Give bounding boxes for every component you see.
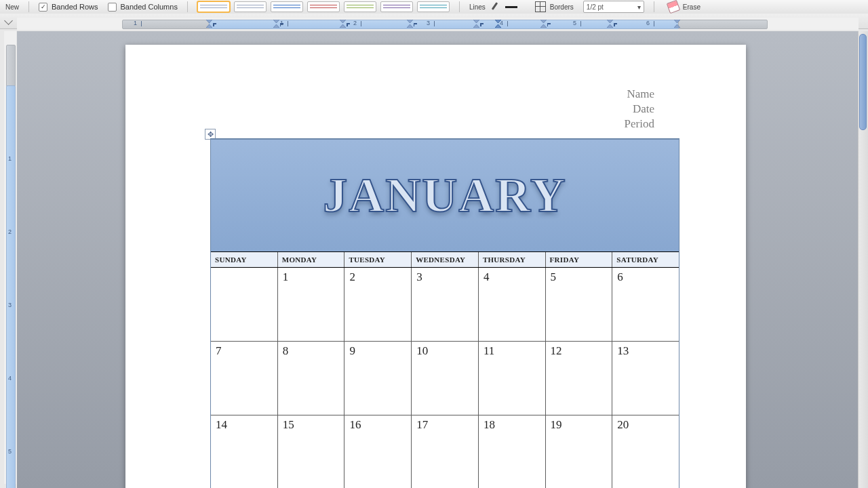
svg-marker-4: [340, 20, 346, 23]
calendar-day-cell[interactable]: 20: [612, 415, 679, 488]
banded-columns-option[interactable]: Banded Columns: [108, 3, 178, 12]
borders-tool[interactable]: Borders: [535, 1, 574, 12]
column-indent-marker-active[interactable]: [495, 20, 501, 28]
calendar-title-row[interactable]: JANUARY: [211, 140, 679, 251]
page[interactable]: Name Date Period ✥ JANUARY SUNDAYMONDAYT…: [125, 45, 746, 488]
column-indent-marker[interactable]: [540, 20, 547, 28]
header-period-line[interactable]: Period: [625, 117, 654, 131]
pen-color-swatch[interactable]: [505, 6, 517, 8]
calendar-day-header: TUESDAY: [344, 252, 412, 267]
calendar-day-cell[interactable]: 14: [211, 415, 278, 488]
svg-marker-0: [206, 20, 212, 23]
document-workspace[interactable]: Name Date Period ✥ JANUARY SUNDAYMONDAYT…: [17, 31, 868, 488]
table-style-swatch[interactable]: [197, 1, 230, 12]
calendar-day-cell[interactable]: 13: [612, 341, 679, 415]
table-style-swatch[interactable]: [344, 1, 376, 12]
ruler-tick: [361, 21, 361, 26]
calendar-day-cell[interactable]: 16: [344, 415, 412, 488]
separator: [28, 1, 29, 12]
checkbox-checked-icon[interactable]: ✓: [39, 3, 47, 12]
borders-icon: [535, 1, 546, 12]
table-style-swatch[interactable]: [380, 1, 413, 12]
tab-stop-marker[interactable]: [480, 23, 486, 28]
column-indent-marker[interactable]: [340, 20, 346, 28]
calendar-day-cell[interactable]: 6: [612, 268, 679, 341]
svg-marker-15: [674, 24, 680, 28]
svg-marker-7: [407, 24, 413, 28]
calendar-day-cell[interactable]: 17: [412, 415, 479, 488]
erase-tool[interactable]: Erase: [668, 1, 701, 12]
column-indent-marker[interactable]: [473, 20, 479, 28]
table-style-swatch[interactable]: [307, 1, 340, 12]
erase-label: Erase: [683, 3, 701, 11]
svg-marker-12: [607, 20, 613, 23]
table-style-swatch[interactable]: [417, 1, 450, 12]
ruler-number: 5: [8, 448, 12, 455]
tab-stop-marker[interactable]: [614, 23, 619, 28]
svg-marker-2: [273, 20, 279, 23]
ruler-tick: [288, 21, 288, 26]
table-styles-gallery[interactable]: [197, 1, 450, 12]
header-info-block[interactable]: Name Date Period: [625, 87, 654, 131]
calendar-day-header: SUNDAY: [211, 252, 278, 267]
svg-marker-5: [340, 24, 346, 28]
ruler-tick: [654, 21, 654, 26]
header-date-line[interactable]: Date: [625, 102, 654, 117]
line-weight-select[interactable]: 1/2 pt ▾: [583, 1, 644, 13]
tab-stop-marker[interactable]: [547, 23, 553, 28]
tab-stop-marker[interactable]: [213, 23, 218, 28]
calendar-day-cell[interactable]: [211, 268, 278, 341]
ruler-number: 3: [427, 20, 430, 26]
table-style-swatch[interactable]: [234, 1, 267, 12]
checkbox-unchecked-icon[interactable]: [108, 3, 117, 12]
column-indent-marker[interactable]: [273, 20, 279, 28]
ruler-number: 4: [8, 375, 12, 382]
calendar-week-row: 123456: [211, 268, 679, 341]
calendar-day-cell[interactable]: 19: [546, 415, 613, 488]
tab-stop-marker[interactable]: [414, 23, 419, 28]
calendar-day-cell[interactable]: 1: [278, 268, 345, 341]
horizontal-ruler[interactable]: 1123456: [17, 18, 859, 30]
calendar-day-cell[interactable]: 7: [211, 341, 278, 415]
ruler-number: 6: [646, 20, 650, 26]
column-indent-marker[interactable]: [206, 20, 212, 28]
ruler-number: 1: [8, 155, 12, 162]
line-weight-dropdown[interactable]: 1/2 pt ▾: [583, 1, 644, 13]
calendar-day-cell[interactable]: 8: [278, 341, 345, 415]
svg-marker-13: [607, 24, 613, 28]
column-indent-marker[interactable]: [607, 20, 613, 28]
calendar-day-cell[interactable]: 18: [479, 415, 546, 488]
calendar-day-cell[interactable]: 11: [479, 341, 546, 415]
calendar-week-row: 14151617181920: [211, 415, 679, 488]
calendar-day-header: SATURDAY: [612, 252, 679, 267]
table-style-swatch[interactable]: [271, 1, 303, 12]
calendar-day-cell[interactable]: 3: [412, 268, 479, 341]
vertical-ruler[interactable]: 12345: [4, 31, 16, 484]
column-indent-marker[interactable]: [407, 20, 413, 28]
tab-stop-icon[interactable]: [4, 16, 14, 26]
calendar-title[interactable]: JANUARY: [323, 167, 566, 224]
banded-rows-option[interactable]: ✓ Banded Rows: [39, 3, 98, 12]
vertical-scrollbar-track[interactable]: [858, 31, 868, 488]
calendar-body: 1234567891011121314151617181920212223242…: [211, 268, 679, 488]
vertical-scrollbar-thumb[interactable]: [859, 34, 867, 130]
header-name-line[interactable]: Name: [625, 87, 654, 102]
calendar-week-row: 78910111213: [211, 341, 679, 415]
calendar-day-cell[interactable]: 4: [479, 268, 546, 341]
line-weight-value: 1/2 pt: [587, 3, 604, 11]
tab-stop-marker[interactable]: [347, 23, 352, 28]
ruler-number: 5: [573, 20, 576, 26]
new-style-button[interactable]: New: [5, 3, 19, 11]
calendar-day-cell[interactable]: 5: [546, 268, 613, 341]
column-indent-marker[interactable]: [674, 20, 680, 28]
calendar-day-cell[interactable]: 12: [546, 341, 613, 415]
table-design-toolbar: New ✓ Banded Rows Banded Columns Lines B…: [0, 0, 868, 14]
calendar-table[interactable]: JANUARY SUNDAYMONDAYTUESDAYWEDNESDAYTHUR…: [210, 138, 679, 488]
calendar-day-cell[interactable]: 2: [344, 268, 412, 341]
tab-stop-marker[interactable]: [280, 23, 285, 28]
calendar-day-cell[interactable]: 9: [344, 341, 412, 415]
calendar-day-cell[interactable]: 15: [278, 415, 345, 488]
lines-tool[interactable]: Lines: [469, 2, 517, 12]
svg-marker-11: [540, 24, 547, 28]
calendar-day-cell[interactable]: 10: [412, 341, 479, 415]
